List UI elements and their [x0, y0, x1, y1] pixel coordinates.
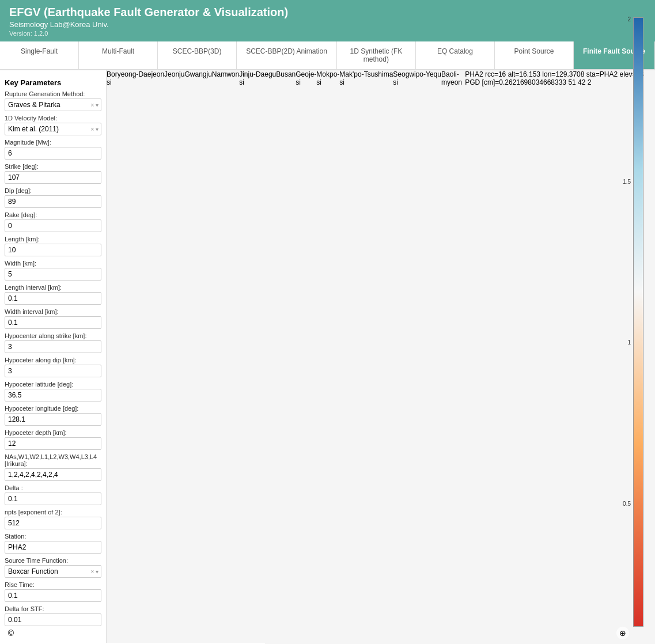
select-controls: × ▾ [88, 102, 101, 108]
param-label-width: Width [km]: [5, 260, 101, 267]
station-input[interactable] [5, 541, 101, 554]
colorscale-bar [633, 17, 643, 627]
tabs-bar: Single-Fault Multi-Fault SCEC-BBP(3D) SC… [0, 41, 655, 70]
hypo-strike-input[interactable] [5, 340, 101, 353]
param-label-width-interval: Width interval [km]: [5, 308, 101, 315]
length-input[interactable] [5, 244, 101, 256]
dip-input[interactable] [5, 195, 101, 208]
param-label-dip: Dip [deg]: [5, 187, 101, 194]
app-subtitle: Seismology Lab@Korea Univ. [9, 20, 646, 29]
param-label-hypo-dip: Hypoceter along dip [km]: [5, 357, 101, 363]
npts-input[interactable] [5, 517, 101, 529]
rise-time-input[interactable] [5, 589, 101, 602]
hypo-lat-input[interactable] [5, 389, 101, 401]
param-label-velocity: 1D Velocity Model: [5, 115, 101, 122]
tab-eq-catalog[interactable]: EQ Catalog [416, 41, 495, 69]
map-compass: ⊕ [616, 627, 629, 639]
tab-point-source[interactable]: Point Source [495, 41, 574, 69]
app-version: Version: 1.2.0 [9, 30, 646, 37]
select-controls-2: × ▾ [88, 126, 101, 132]
select-controls-3: × ▾ [88, 569, 101, 575]
app-header: EFGV (Earthquake Fault Generator & Visua… [0, 0, 655, 41]
map-north-indicator: © [5, 627, 17, 639]
param-label-hypo-depth: Hypoceter depth [km]: [5, 429, 101, 436]
scale-label-midlow: 0.5 [623, 501, 631, 507]
delta-input[interactable] [5, 493, 101, 505]
param-label-station: Station: [5, 533, 101, 540]
velocity-model-value: Kim et al. (2011) [5, 123, 88, 135]
param-label-hypo-lon: Hypoceter longitude [deg]: [5, 405, 101, 412]
strike-input[interactable] [5, 171, 101, 184]
stf-select[interactable]: Boxcar Function × ▾ [5, 565, 101, 578]
left-panel: Key Parameters Rupture Generation Method… [0, 70, 107, 643]
param-label-length-interval: Length interval [km]: [5, 284, 101, 291]
param-label-stf: Source Time Function: [5, 557, 101, 564]
width-input[interactable] [5, 268, 101, 281]
param-label-hypo-strike: Hypocenter along strike [km]: [5, 332, 101, 339]
tab-single-fault[interactable]: Single-Fault [0, 41, 79, 69]
length-interval-input[interactable] [5, 292, 101, 305]
param-label-strike: Strike [deg]: [5, 163, 101, 170]
width-interval-input[interactable] [5, 316, 101, 329]
rake-input[interactable] [5, 219, 101, 232]
hypo-lon-input[interactable] [5, 413, 101, 426]
hypo-dip-input[interactable] [5, 365, 101, 377]
magnitude-input[interactable] [5, 147, 101, 160]
main-layout: Key Parameters Rupture Generation Method… [0, 70, 655, 643]
param-label-rake: Rake [deg]: [5, 211, 101, 218]
velocity-model-select[interactable]: Kim et al. (2011) × ▾ [5, 123, 101, 135]
param-label-rupture: Rupture Generation Method: [5, 90, 101, 97]
tab-multi-fault[interactable]: Multi-Fault [79, 41, 158, 69]
param-label-length: Length [km]: [5, 236, 101, 243]
param-label-delta: Delta : [5, 484, 101, 491]
param-label-hypo-lat: Hypoceter latitude [deg]: [5, 381, 101, 388]
delta-stf-input[interactable] [5, 613, 101, 626]
param-label-delta-stf: Delta for STF: [5, 605, 101, 612]
section-title: Key Parameters [5, 78, 101, 87]
stf-value: Boxcar Function [5, 566, 88, 577]
tab-scec-bbp3d[interactable]: SCEC-BBP(3D) [158, 41, 237, 69]
tab-1d-synthetic[interactable]: 1D Synthetic (FKmethod) [337, 41, 416, 69]
rupture-method-select[interactable]: Graves & Pitarka × ▾ [5, 99, 101, 111]
param-label-npts: npts [exponent of 2]: [5, 509, 101, 516]
app-title: EFGV (Earthquake Fault Generator & Visua… [9, 6, 646, 19]
rupture-method-value: Graves & Pitarka [5, 99, 88, 111]
tab-scec-bbp2d[interactable]: SCEC-BBP(2D) Animation [237, 41, 337, 69]
scale-label-max: 2 [627, 16, 631, 22]
hypo-depth-input[interactable] [5, 437, 101, 450]
scale-label-mid: 1 [627, 339, 631, 346]
param-label-nas: NAs,W1,W2,L1,L2,W3,W4,L3,L4 [Irikura]: [5, 453, 101, 467]
param-label-magnitude: Magnitude [Mw]: [5, 139, 101, 146]
scale-label-midhigh: 1.5 [623, 179, 631, 185]
param-label-rise-time: Rise Time: [5, 581, 101, 588]
nas-input[interactable] [5, 468, 101, 481]
